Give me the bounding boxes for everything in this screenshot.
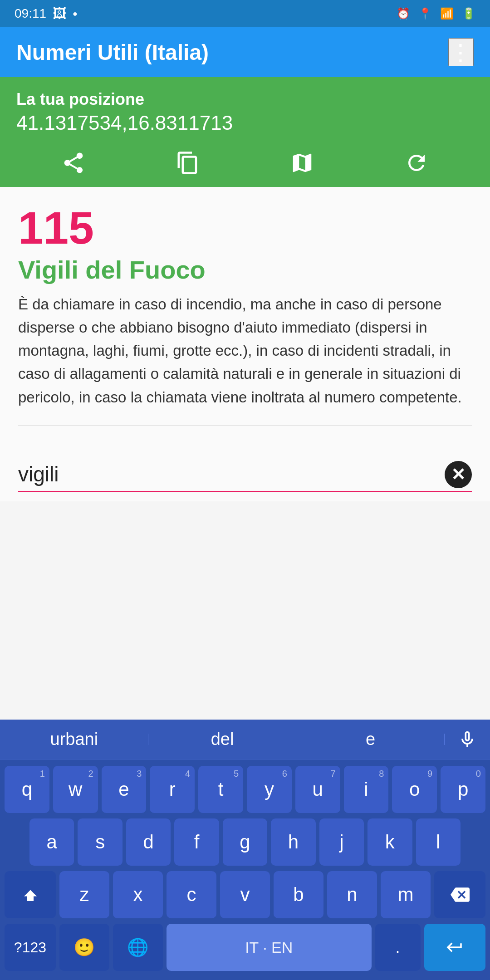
alarm-icon: ⏰ <box>397 7 410 20</box>
key-t[interactable]: t5 <box>198 766 243 813</box>
key-l[interactable]: l <box>416 818 461 866</box>
location-coords: 41.1317534,16.8311713 <box>16 112 474 134</box>
search-input-wrapper: ✕ <box>18 457 472 492</box>
key-i[interactable]: i8 <box>344 766 389 813</box>
num-switch-key[interactable]: ?123 <box>5 924 56 971</box>
status-left: 09:11 🖼 ● <box>15 6 78 21</box>
emergency-card: 115 Vigili del Fuoco È da chiamare in ca… <box>0 187 490 453</box>
search-input[interactable] <box>18 457 472 492</box>
overflow-menu-button[interactable]: ⋮ <box>448 38 474 66</box>
location-actions <box>16 146 474 178</box>
share-button[interactable] <box>61 151 86 175</box>
status-right: ⏰ 📍 📶 🔋 <box>397 7 475 20</box>
service-name: Vigili del Fuoco <box>18 255 472 284</box>
suggestion-1[interactable]: del <box>148 730 297 749</box>
backspace-key[interactable] <box>434 871 485 918</box>
keyboard: urbani del e q1 w2 e3 r4 t5 y6 u7 i8 o9 … <box>0 720 490 980</box>
key-n[interactable]: n <box>327 871 377 918</box>
search-area: ✕ <box>0 453 490 501</box>
key-e[interactable]: e3 <box>102 766 147 813</box>
key-b[interactable]: b <box>274 871 323 918</box>
keyboard-suggestions-row: urbani del e <box>0 720 490 760</box>
status-gallery-icon: 🖼 <box>53 6 66 21</box>
key-z[interactable]: z <box>59 871 109 918</box>
enter-key[interactable] <box>424 924 485 971</box>
keyboard-rows: q1 w2 e3 r4 t5 y6 u7 i8 o9 p0 a s d f g … <box>0 760 490 980</box>
key-g[interactable]: g <box>223 818 267 866</box>
period-key[interactable]: . <box>375 924 421 971</box>
refresh-button[interactable] <box>404 151 429 175</box>
key-q[interactable]: q1 <box>5 766 49 813</box>
key-v[interactable]: v <box>220 871 270 918</box>
key-s[interactable]: s <box>78 818 122 866</box>
service-description: È da chiamare in caso di incendio, ma an… <box>18 293 472 409</box>
app-bar: Numeri Utili (Italia) ⋮ <box>0 27 490 77</box>
status-dot: ● <box>73 9 78 19</box>
key-j[interactable]: j <box>319 818 364 866</box>
clear-icon: ✕ <box>451 465 466 485</box>
key-h[interactable]: h <box>271 818 315 866</box>
status-time: 09:11 <box>15 6 46 21</box>
key-k[interactable]: k <box>368 818 412 866</box>
key-u[interactable]: u7 <box>295 766 340 813</box>
key-w[interactable]: w2 <box>53 766 98 813</box>
key-row-1: q1 w2 e3 r4 t5 y6 u7 i8 o9 p0 <box>5 766 485 813</box>
key-f[interactable]: f <box>174 818 219 866</box>
space-key[interactable]: IT · EN <box>167 924 372 971</box>
key-y[interactable]: y6 <box>247 766 292 813</box>
key-x[interactable]: x <box>113 871 163 918</box>
search-clear-button[interactable]: ✕ <box>445 461 472 488</box>
location-bar: La tua posizione 41.1317534,16.8311713 <box>0 77 490 187</box>
globe-key[interactable]: 🌐 <box>113 924 163 971</box>
shift-key[interactable] <box>5 871 56 918</box>
divider <box>18 425 472 426</box>
key-o[interactable]: o9 <box>392 766 437 813</box>
suggestion-2[interactable]: e <box>296 730 445 749</box>
key-c[interactable]: c <box>167 871 216 918</box>
key-a[interactable]: a <box>29 818 74 866</box>
emoji-key[interactable]: 🙂 <box>59 924 109 971</box>
map-button[interactable] <box>290 151 314 175</box>
key-r[interactable]: r4 <box>150 766 195 813</box>
mic-button[interactable] <box>445 730 490 750</box>
battery-icon: 🔋 <box>462 7 475 20</box>
copy-button[interactable] <box>176 151 200 175</box>
status-bar: 09:11 🖼 ● ⏰ 📍 📶 🔋 <box>0 0 490 27</box>
bottom-row: ?123 🙂 🌐 IT · EN . <box>5 924 485 971</box>
key-row-3: z x c v b n m <box>5 871 485 918</box>
location-label: La tua posizione <box>16 90 474 109</box>
app-title: Numeri Utili (Italia) <box>16 40 209 65</box>
location-icon: 📍 <box>418 7 432 20</box>
key-m[interactable]: m <box>381 871 431 918</box>
emergency-number: 115 <box>18 205 472 250</box>
suggestion-0[interactable]: urbani <box>0 730 148 749</box>
key-row-2: a s d f g h j k l <box>5 818 485 866</box>
signal-icon: 📶 <box>440 7 454 20</box>
key-p[interactable]: p0 <box>441 766 485 813</box>
key-d[interactable]: d <box>126 818 171 866</box>
